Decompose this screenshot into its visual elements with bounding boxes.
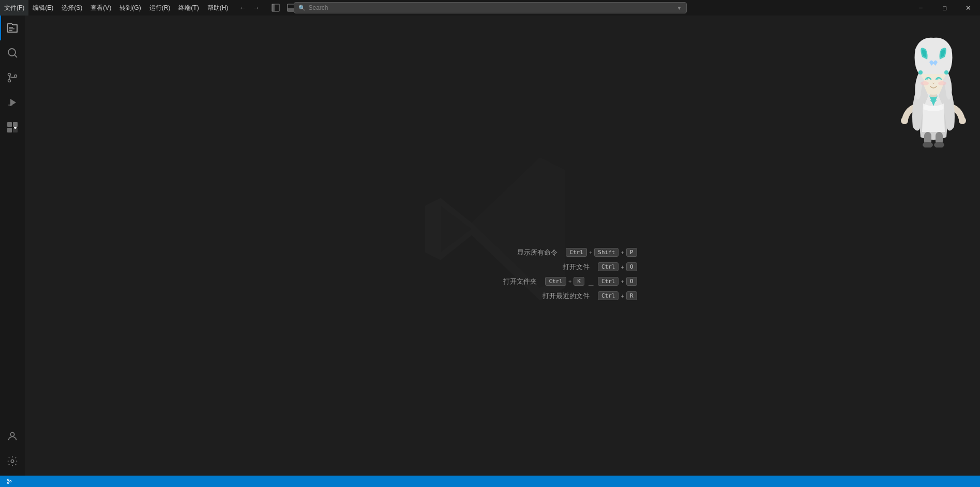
menu-run[interactable]: 运行(R): [145, 0, 175, 16]
search-icon: [6, 47, 19, 59]
svg-point-26: [10, 433, 14, 436]
svg-rect-1: [272, 4, 275, 11]
key-o-2: O: [626, 277, 637, 286]
shortcut-label-commands: 显示所有命令: [506, 248, 557, 257]
shortcut-keys-open-file: Ctrl + O: [598, 262, 637, 271]
svg-point-33: [923, 142, 933, 147]
key-plus-3: +: [621, 264, 624, 270]
run-icon: [6, 96, 19, 109]
menu-file[interactable]: 文件(F): [0, 0, 28, 16]
key-plus-1: +: [589, 249, 592, 256]
shortcut-keys-open-folder: Ctrl + K ⎯ Ctrl + O: [545, 277, 637, 286]
account-icon: [7, 431, 18, 442]
key-plus-2: +: [621, 249, 624, 256]
titlebar: 文件(F) 编辑(E) 选择(S) 查看(V) 转到(G) 运行(R) 终端(T…: [0, 0, 980, 16]
svg-point-41: [918, 70, 923, 75]
anime-character: [892, 34, 980, 147]
svg-point-30: [959, 117, 966, 124]
search-dropdown-icon[interactable]: ▼: [677, 5, 682, 11]
status-branch[interactable]: [4, 476, 16, 487]
search-placeholder: Search: [309, 4, 677, 11]
shortcut-row-recent: 打开最近的文件 Ctrl + R: [368, 291, 637, 301]
key-plus-5: +: [621, 278, 624, 285]
menu-goto[interactable]: 转到(G): [115, 0, 145, 16]
svg-line-14: [15, 55, 18, 58]
key-o-1: O: [626, 262, 637, 271]
svg-point-45: [10, 481, 11, 482]
key-r: R: [626, 291, 637, 300]
svg-point-15: [8, 73, 11, 76]
menu-terminal[interactable]: 终端(T): [174, 0, 203, 16]
back-button[interactable]: ←: [236, 2, 249, 13]
shortcut-keys-recent: Ctrl + R: [598, 291, 637, 300]
svg-point-16: [8, 80, 11, 82]
svg-point-17: [14, 75, 17, 78]
layout-sidebar-left-icon[interactable]: [268, 2, 283, 14]
sidebar-item-explorer[interactable]: [0, 16, 25, 40]
svg-rect-22: [7, 128, 12, 132]
menu-help[interactable]: 帮助(H): [203, 0, 233, 16]
svg-rect-12: [9, 30, 12, 31]
git-icon: [6, 71, 19, 84]
sidebar-item-run[interactable]: [0, 90, 25, 115]
key-p: P: [626, 248, 637, 257]
forward-button[interactable]: →: [250, 2, 262, 13]
explorer-icon: [6, 22, 19, 34]
key-ctrl-5: Ctrl: [598, 291, 619, 300]
key-shift: Shift: [594, 248, 619, 257]
svg-point-44: [7, 482, 9, 484]
svg-rect-20: [7, 122, 12, 127]
svg-rect-11: [9, 28, 14, 29]
shortcut-label-recent: 打开最近的文件: [538, 291, 590, 301]
svg-point-39: [921, 81, 929, 85]
sidebar-item-settings[interactable]: [0, 449, 25, 474]
key-plus-6: +: [621, 293, 624, 299]
svg-point-34: [934, 142, 944, 147]
svg-point-37: [926, 78, 928, 80]
welcome-content: 显示所有命令 Ctrl + Shift + P 打开文件 Ctrl + O: [368, 248, 637, 306]
svg-point-38: [937, 78, 939, 80]
menu-edit[interactable]: 编辑(E): [28, 0, 57, 16]
key-ctrl-3: Ctrl: [545, 277, 566, 286]
search-icon: 🔍: [298, 5, 306, 11]
sidebar-item-extensions[interactable]: [0, 115, 25, 140]
shortcut-label-open-file: 打开文件: [538, 262, 590, 272]
svg-point-43: [7, 479, 9, 481]
key-ctrl: Ctrl: [566, 248, 587, 257]
extensions-icon: [6, 121, 19, 134]
shortcut-label-open-folder: 打开文件夹: [485, 277, 537, 286]
maximize-button[interactable]: ◻: [932, 0, 956, 16]
status-bar: [0, 476, 980, 487]
key-ctrl-4: Ctrl: [598, 277, 619, 286]
activity-bottom: [0, 424, 25, 476]
sidebar-item-account[interactable]: [0, 424, 25, 449]
key-k: K: [574, 277, 584, 286]
key-plus-4: +: [568, 278, 571, 285]
svg-point-29: [901, 117, 908, 124]
menu-view[interactable]: 查看(V): [86, 0, 115, 16]
svg-rect-19: [8, 105, 12, 106]
nav-buttons: ← →: [232, 2, 266, 13]
svg-rect-10: [9, 27, 13, 28]
svg-point-27: [11, 460, 14, 463]
window-controls: − ◻ ✕: [909, 0, 980, 16]
svg-point-42: [944, 70, 948, 75]
menu-bar: 文件(F) 编辑(E) 选择(S) 查看(V) 转到(G) 运行(R) 终端(T…: [0, 0, 232, 16]
key-ctrl-2: Ctrl: [598, 262, 619, 271]
svg-point-13: [8, 49, 16, 56]
svg-rect-21: [13, 122, 18, 127]
svg-point-40: [938, 81, 946, 85]
branch-icon: [6, 478, 12, 484]
menu-selection[interactable]: 选择(S): [57, 0, 86, 16]
content-area: 显示所有命令 Ctrl + Shift + P 打开文件 Ctrl + O: [25, 16, 980, 476]
shortcut-row-commands: 显示所有命令 Ctrl + Shift + P: [368, 248, 637, 257]
close-button[interactable]: ✕: [956, 0, 980, 16]
sidebar-item-git[interactable]: [0, 65, 25, 90]
shortcut-row-open-folder: 打开文件夹 Ctrl + K ⎯ Ctrl + O: [368, 277, 637, 286]
shortcut-keys-commands: Ctrl + Shift + P: [566, 248, 637, 257]
sidebar-item-search[interactable]: [0, 40, 25, 65]
search-bar[interactable]: 🔍 Search ▼: [294, 2, 687, 13]
minimize-button[interactable]: −: [909, 0, 932, 16]
activity-bar: [0, 16, 25, 476]
settings-icon: [7, 455, 18, 467]
